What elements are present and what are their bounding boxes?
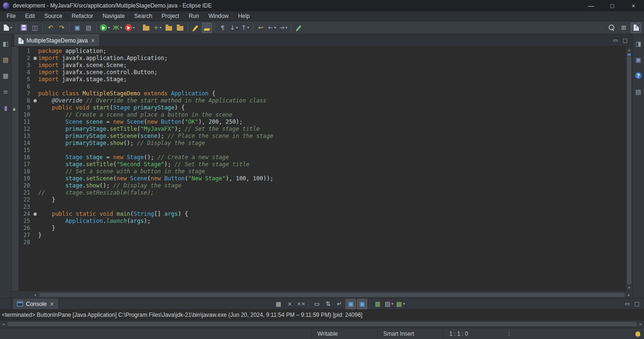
code-line[interactable]: 5import javafx.stage.Stage; [12, 76, 626, 83]
code-line[interactable]: 1package application; [12, 48, 626, 55]
code-line[interactable]: 7public class MultipleStageDemo extends … [12, 90, 626, 97]
open-package-button[interactable] [175, 23, 185, 33]
save-all-button[interactable]: ◫ [30, 23, 40, 33]
console-scroll-right-icon[interactable]: ▸ [637, 322, 644, 326]
code-line[interactable]: 18 // Set a scene with a button in the s… [12, 168, 626, 175]
fold-marker-icon[interactable] [33, 212, 37, 216]
tab-console[interactable]: Console × [12, 298, 59, 309]
maximize-editor-icon[interactable]: □ [623, 37, 627, 43]
menu-refactor[interactable]: Refactor [67, 12, 98, 20]
vertical-scroll-thumb[interactable] [627, 56, 631, 284]
open-type-button[interactable] [164, 23, 174, 33]
code-line[interactable]: 26 } [12, 225, 626, 232]
code-line[interactable]: 12 primaryStage.setTitle("MyJavaFX"); //… [12, 126, 626, 133]
scroll-left-icon[interactable]: ◂ [32, 293, 38, 297]
restore-left-views-button[interactable]: ◧ [0, 38, 11, 49]
remove-launch-button[interactable]: × [285, 299, 295, 309]
editor-vertical-scrollbar[interactable]: ▴ ▾ [626, 47, 632, 291]
hierarchy-view-button[interactable]: ▦ [0, 70, 11, 81]
save-button[interactable] [18, 23, 29, 33]
menu-project[interactable]: Project [157, 12, 184, 20]
project-explorer-button[interactable]: ▤ [0, 54, 11, 65]
code-line[interactable]: 20 stage.show(); // Display the stage [12, 182, 626, 189]
editor-horizontal-scrollbar[interactable]: ◂ ▸ [12, 291, 632, 298]
status-overflow-icon[interactable]: ⋮ [500, 331, 519, 337]
menu-edit[interactable]: Edit [20, 12, 40, 20]
external-tools-button[interactable] [124, 23, 136, 33]
menu-search[interactable]: Search [130, 12, 157, 20]
mark-occurrences-button[interactable] [202, 23, 212, 33]
menu-help[interactable]: Help [233, 12, 255, 20]
code-line[interactable]: 13 primaryStage.setScene(scene); // Plac… [12, 133, 626, 140]
code-line[interactable]: 23 [12, 203, 626, 211]
remove-all-launches-button[interactable]: ×× [296, 299, 306, 309]
scroll-down-icon[interactable]: ▾ [626, 285, 632, 291]
show-stdout-button[interactable]: ▣ [346, 299, 356, 309]
minimize-editor-icon[interactable]: ▭ [613, 37, 618, 43]
console-output[interactable]: <terminated> ButtonInPane [Java Applicat… [0, 310, 644, 320]
terminate-button[interactable]: ■ [273, 299, 284, 309]
maximize-console-icon[interactable]: □ [635, 301, 639, 307]
fold-marker-icon[interactable] [33, 57, 37, 60]
horizontal-scroll-thumb[interactable] [39, 293, 625, 297]
restore-right-views-button[interactable]: ◨ [633, 38, 644, 49]
code-line[interactable]: ▲9 public void start(Stage primaryStage)… [12, 104, 626, 111]
editor-tab-close-icon[interactable]: × [91, 37, 95, 44]
back-button[interactable]: ← [267, 23, 277, 33]
code-line[interactable]: 2import javafx.application.Application; [12, 55, 626, 62]
console-scroll-left-icon[interactable]: ◂ [0, 322, 7, 326]
display-console-button[interactable]: ▤ [384, 299, 394, 309]
task-list-button[interactable]: ▣ [633, 54, 644, 65]
code-line[interactable]: 4import javafx.scene.control.Button; [12, 69, 626, 76]
code-line[interactable]: 19 stage.setScene(new Scene(new Button("… [12, 175, 626, 182]
run-button[interactable] [99, 23, 111, 33]
outline-view-button[interactable]: ▤ [633, 86, 644, 97]
menu-file[interactable]: File [2, 12, 20, 20]
previous-annotation-button[interactable]: ↑ [240, 23, 250, 33]
notification-bell-icon[interactable] [636, 331, 640, 336]
menu-source[interactable]: Source [40, 12, 67, 20]
new-wizard-button[interactable] [3, 23, 13, 33]
code-line[interactable]: 10 // Create a scene and place a button … [12, 111, 626, 119]
tab-multiplestagedemo-java[interactable]: J MultipleStageDemo.java × [14, 34, 100, 46]
quick-search-button[interactable] [606, 23, 617, 33]
search-flashlight-button[interactable] [190, 23, 201, 33]
breadcrumb-button[interactable]: ▤ [83, 23, 94, 33]
menu-window[interactable]: Window [204, 12, 233, 20]
close-window-button[interactable]: × [623, 0, 644, 11]
undo-button[interactable]: ↶ [45, 23, 56, 33]
code-line[interactable]: 17 stage.setTitle("Second Stage"); // Se… [12, 161, 626, 168]
redo-button[interactable]: ↷ [57, 23, 67, 33]
open-console-view-button[interactable]: ▣ [72, 23, 83, 33]
forward-button[interactable]: → [278, 23, 289, 33]
scroll-up-icon[interactable]: ▴ [626, 47, 632, 53]
show-whitespace-button[interactable]: ¶ [217, 23, 228, 33]
code-line[interactable]: 6 [12, 83, 626, 90]
minimize-window-button[interactable]: — [580, 0, 602, 11]
show-stderr-button[interactable]: ▣ [357, 299, 367, 309]
maximize-window-button[interactable]: □ [602, 0, 623, 11]
pin-editor-button[interactable] [294, 23, 304, 33]
last-edit-location-button[interactable]: ↩ [256, 23, 266, 33]
clear-console-button[interactable]: ▭ [312, 299, 322, 309]
code-line[interactable]: 25 Application.launch(args); [12, 218, 626, 225]
code-line[interactable]: 3import javafx.scene.Scene; [12, 62, 626, 69]
code-line[interactable]: 22 } [12, 196, 626, 203]
debug-button[interactable]: Ж [112, 23, 123, 33]
open-perspective-button[interactable]: ⊞ [619, 23, 629, 33]
code-line[interactable]: 11 Scene scene = new Scene(new Button("O… [12, 119, 626, 126]
new-element-button[interactable]: + [152, 23, 163, 33]
console-horizontal-scrollbar[interactable]: ◂ ▸ [0, 320, 644, 328]
console-tab-close-icon[interactable]: × [50, 301, 54, 307]
open-console-button[interactable]: ▩ [395, 299, 405, 309]
minimize-console-icon[interactable]: ▭ [625, 301, 629, 307]
word-wrap-button[interactable]: ↵ [334, 299, 345, 309]
scroll-right-icon[interactable]: ▸ [626, 293, 632, 297]
code-line[interactable]: 28 [12, 239, 626, 246]
new-java-project-button[interactable] [141, 23, 151, 33]
code-line[interactable]: 27} [12, 232, 626, 239]
help-book-button[interactable]: ▮ [0, 102, 11, 113]
java-perspective-button[interactable]: J [631, 23, 641, 33]
fold-marker-icon[interactable] [33, 99, 37, 102]
scroll-lock-button[interactable]: ⇅ [323, 299, 333, 309]
